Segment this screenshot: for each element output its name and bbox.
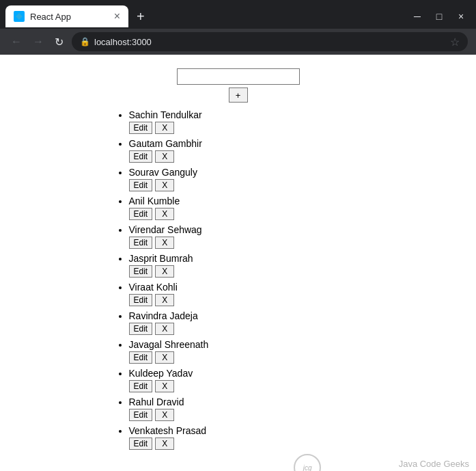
list-item: Ravindra JadejaEditX — [129, 310, 375, 335]
address-input-wrap[interactable]: 🔒 localhost:3000 ☆ — [72, 32, 468, 51]
edit-button[interactable]: Edit — [129, 237, 153, 249]
list-item: Viraat KohliEditX — [129, 282, 375, 306]
edit-button[interactable]: Edit — [129, 122, 153, 134]
delete-button[interactable]: X — [155, 237, 174, 249]
player-name: Javagal Shreenath — [129, 339, 209, 350]
list-item: Rahul DravidEditX — [129, 396, 375, 421]
jcg-logo: jcg Java Code Geeks JAVA & JAVA DEVELOPE… — [294, 454, 469, 471]
edit-button[interactable]: Edit — [129, 380, 153, 392]
jcg-brand-name: Java Code Geeks — [326, 459, 469, 470]
player-actions: EditX — [129, 351, 375, 364]
lock-icon: 🔒 — [80, 37, 90, 46]
forward-button[interactable]: → — [30, 33, 46, 51]
edit-button[interactable]: Edit — [129, 351, 153, 364]
list-item: Sourav GangulyEditX — [129, 167, 375, 191]
new-tab-button[interactable]: + — [134, 6, 148, 27]
player-name: Sourav Ganguly — [129, 167, 197, 178]
player-name: Kuldeep Yadav — [129, 368, 193, 379]
delete-button[interactable]: X — [155, 150, 174, 163]
player-actions: EditX — [129, 323, 375, 335]
page-content: + Sachin TendulkarEditXGautam GambhirEdi… — [0, 55, 476, 471]
list-item: Virendar SehwagEditX — [129, 224, 375, 249]
delete-button[interactable]: X — [155, 179, 174, 191]
delete-button[interactable]: X — [155, 351, 174, 364]
jcg-brand: Java Code Geeks JAVA & JAVA DEVELOPERS R… — [326, 459, 469, 471]
jcg-circle-text: jcg — [303, 464, 312, 472]
tab-close-button[interactable]: × — [114, 10, 120, 23]
delete-button[interactable]: X — [155, 380, 174, 392]
player-name: Ravindra Jadeja — [129, 310, 198, 321]
delete-button[interactable]: X — [155, 438, 174, 450]
maximize-button[interactable]: □ — [432, 11, 446, 22]
edit-button[interactable]: Edit — [129, 438, 153, 450]
delete-button[interactable]: X — [155, 122, 174, 134]
delete-button[interactable]: X — [155, 294, 174, 306]
player-actions: EditX — [129, 179, 375, 191]
player-actions: EditX — [129, 208, 375, 220]
player-name: Gautam Gambhir — [129, 138, 202, 149]
browser-window: React App × + ─ □ × ← → ↻ 🔒 localhost:30… — [0, 0, 476, 471]
list-item: Kuldeep YadavEditX — [129, 368, 375, 392]
reload-button[interactable]: ↻ — [52, 33, 66, 51]
list-item: Anil KumbleEditX — [129, 196, 375, 220]
page-footer: jcg Java Code Geeks JAVA & JAVA DEVELOPE… — [0, 454, 476, 471]
list-item: Javagal ShreenathEditX — [129, 339, 375, 364]
players-list: Sachin TendulkarEditXGautam GambhirEditX… — [102, 109, 375, 454]
edit-button[interactable]: Edit — [129, 265, 153, 278]
name-input[interactable] — [177, 68, 300, 85]
list-item: Gautam GambhirEditX — [129, 138, 375, 163]
address-bar: ← → ↻ 🔒 localhost:3000 ☆ — [0, 29, 476, 55]
edit-button[interactable]: Edit — [129, 323, 153, 335]
address-text: localhost:3000 — [94, 37, 152, 47]
tab-favicon — [14, 11, 25, 22]
delete-button[interactable]: X — [155, 265, 174, 278]
player-actions: EditX — [129, 237, 375, 249]
close-button[interactable]: × — [454, 11, 468, 22]
bookmark-icon[interactable]: ☆ — [450, 36, 460, 49]
active-tab[interactable]: React App × — [5, 5, 128, 27]
input-section: + — [177, 68, 300, 103]
edit-button[interactable]: Edit — [129, 409, 153, 421]
edit-button[interactable]: Edit — [129, 294, 153, 306]
player-actions: EditX — [129, 438, 375, 450]
player-name: Viraat Kohli — [129, 282, 178, 293]
edit-button[interactable]: Edit — [129, 150, 153, 163]
player-actions: EditX — [129, 265, 375, 278]
delete-button[interactable]: X — [155, 409, 174, 421]
edit-button[interactable]: Edit — [129, 208, 153, 220]
player-actions: EditX — [129, 294, 375, 306]
delete-button[interactable]: X — [155, 208, 174, 220]
add-button[interactable]: + — [229, 88, 248, 103]
player-name: Venkatesh Prasad — [129, 425, 207, 436]
list-item: Jasprit BumrahEditX — [129, 253, 375, 278]
player-name: Jasprit Bumrah — [129, 253, 193, 264]
player-actions: EditX — [129, 122, 375, 134]
window-controls: ─ □ × — [410, 11, 471, 22]
edit-button[interactable]: Edit — [129, 179, 153, 191]
player-name: Rahul Dravid — [129, 396, 184, 407]
player-actions: EditX — [129, 409, 375, 421]
player-name: Anil Kumble — [129, 196, 180, 206]
minimize-button[interactable]: ─ — [410, 11, 424, 22]
delete-button[interactable]: X — [155, 323, 174, 335]
player-name: Sachin Tendulkar — [129, 109, 202, 120]
list-item: Venkatesh PrasadEditX — [129, 425, 375, 450]
player-name: Virendar Sehwag — [129, 224, 202, 235]
player-actions: EditX — [129, 380, 375, 392]
tab-title: React App — [30, 12, 109, 22]
jcg-circle-logo: jcg — [294, 454, 321, 471]
tab-bar: React App × + ─ □ × — [0, 0, 476, 29]
player-actions: EditX — [129, 150, 375, 163]
list-item: Sachin TendulkarEditX — [129, 109, 375, 134]
back-button[interactable]: ← — [8, 33, 25, 51]
